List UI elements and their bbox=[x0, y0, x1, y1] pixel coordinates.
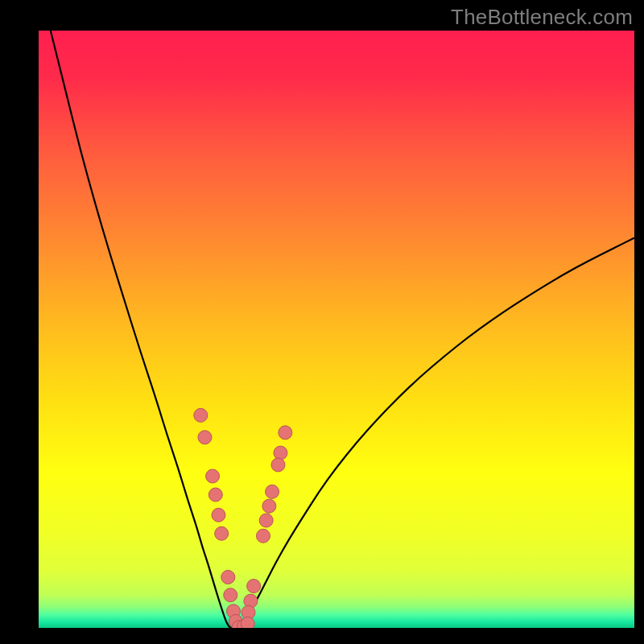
curve-marker bbox=[194, 408, 208, 422]
curve-markers bbox=[194, 408, 292, 628]
curve-marker bbox=[215, 526, 229, 540]
watermark-label: TheBottleneck.com bbox=[451, 5, 633, 30]
curve-marker bbox=[241, 617, 254, 628]
curve-marker bbox=[224, 588, 237, 602]
curve-marker bbox=[198, 431, 212, 444]
plot-area bbox=[39, 31, 634, 628]
bottleneck-curve bbox=[51, 31, 634, 628]
curve-marker bbox=[262, 499, 276, 513]
curve-layer bbox=[39, 31, 634, 628]
curve-marker bbox=[274, 446, 287, 460]
curve-marker bbox=[279, 426, 292, 440]
curve-marker bbox=[212, 508, 225, 522]
curve-marker bbox=[271, 458, 285, 472]
curve-marker bbox=[221, 570, 235, 584]
curve-marker bbox=[208, 488, 222, 502]
curve-marker bbox=[206, 469, 220, 483]
curve-marker bbox=[247, 580, 261, 593]
curve-marker bbox=[266, 485, 279, 498]
chart-frame: TheBottleneck.com bbox=[0, 0, 644, 644]
curve-marker bbox=[256, 529, 270, 543]
curve-marker bbox=[259, 514, 273, 527]
